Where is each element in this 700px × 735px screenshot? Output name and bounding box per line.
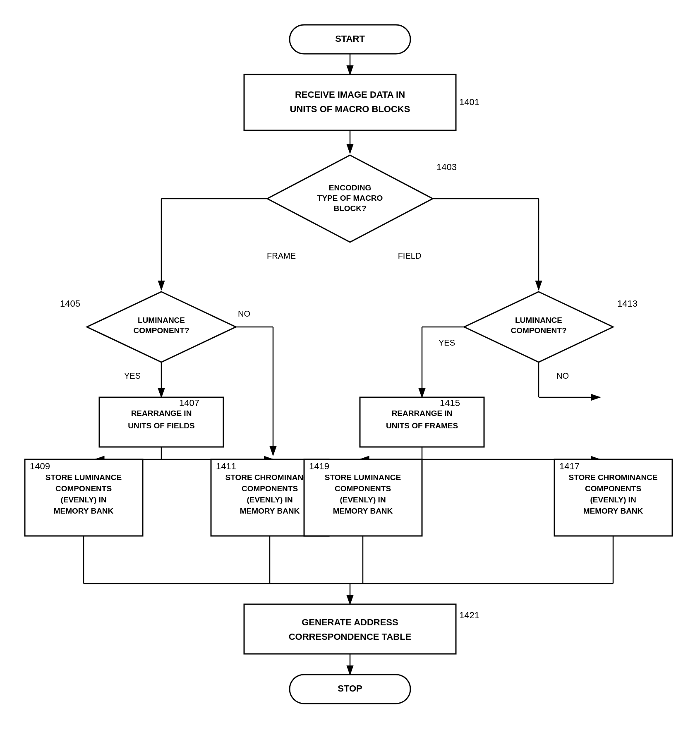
ref-1421: 1421	[459, 610, 479, 620]
n1411-label-4: MEMORY BANK	[240, 507, 300, 515]
ref-1403: 1403	[436, 162, 457, 172]
ref-1417: 1417	[559, 461, 580, 471]
no-1413-label: NO	[556, 371, 569, 380]
yes-1405-label: YES	[124, 371, 141, 380]
n1407-label-2: UNITS OF FIELDS	[128, 421, 195, 430]
n1409-label-2: COMPONENTS	[55, 484, 112, 493]
n1409-label-1: STORE LUMINANCE	[46, 473, 122, 482]
n1421-label-1: GENERATE ADDRESS	[302, 617, 398, 627]
n1401-label-1: RECEIVE IMAGE DATA IN	[295, 89, 405, 100]
n1419-label-1: STORE LUMINANCE	[325, 473, 401, 482]
n1413-label-2: COMPONENT?	[511, 326, 566, 335]
field-label: FIELD	[398, 251, 422, 260]
ref-1401: 1401	[459, 97, 479, 107]
n1407-label-1: REARRANGE IN	[131, 409, 192, 418]
n1419-label-4: MEMORY BANK	[333, 507, 393, 515]
svg-rect-40	[244, 604, 456, 654]
ref-1419: 1419	[309, 461, 329, 471]
n1411-label-3: (EVENLY) IN	[247, 495, 292, 504]
flowchart-diagram: START RECEIVE IMAGE DATA IN UNITS OF MAC…	[0, 0, 700, 735]
ref-1407: 1407	[179, 398, 199, 408]
n1405-label-1: LUMINANCE	[138, 316, 185, 324]
n1405-label-2: COMPONENT?	[133, 326, 189, 335]
yes-1413-label: YES	[439, 338, 455, 347]
n1403-label-2: TYPE OF MACRO	[317, 194, 383, 202]
n1409-label-3: (EVENLY) IN	[60, 495, 106, 504]
n1403-label-3: BLOCK?	[333, 204, 366, 213]
ref-1409: 1409	[30, 461, 50, 471]
ref-1411: 1411	[216, 461, 236, 471]
ref-1405: 1405	[60, 298, 80, 309]
n1417-label-4: MEMORY BANK	[583, 507, 643, 515]
frame-label: FRAME	[267, 251, 296, 260]
n1417-label-1: STORE CHROMINANCE	[569, 473, 658, 482]
n1411-label-1: STORE CHROMINANCE	[225, 473, 314, 482]
n1415-label-1: REARRANGE IN	[392, 409, 453, 418]
n1403-label-1: ENCODING	[329, 183, 371, 192]
ref-1415: 1415	[440, 398, 460, 408]
n1417-label-2: COMPONENTS	[585, 484, 641, 493]
n1409-label-4: MEMORY BANK	[54, 507, 114, 515]
ref-1413: 1413	[617, 298, 638, 309]
n1419-label-2: COMPONENTS	[335, 484, 391, 493]
stop-label: STOP	[338, 683, 362, 694]
n1419-label-3: (EVENLY) IN	[340, 495, 386, 504]
n1417-label-3: (EVENLY) IN	[590, 495, 636, 504]
n1401-label-2: UNITS OF MACRO BLOCKS	[290, 104, 410, 114]
n1413-label-1: LUMINANCE	[515, 316, 562, 324]
start-label: START	[335, 34, 365, 44]
n1411-label-2: COMPONENTS	[242, 484, 298, 493]
no-1405-label: NO	[238, 309, 250, 318]
n1421-label-2: CORRESPONDENCE TABLE	[289, 632, 412, 642]
svg-rect-3	[244, 74, 456, 130]
n1415-label-2: UNITS OF FRAMES	[386, 421, 458, 430]
